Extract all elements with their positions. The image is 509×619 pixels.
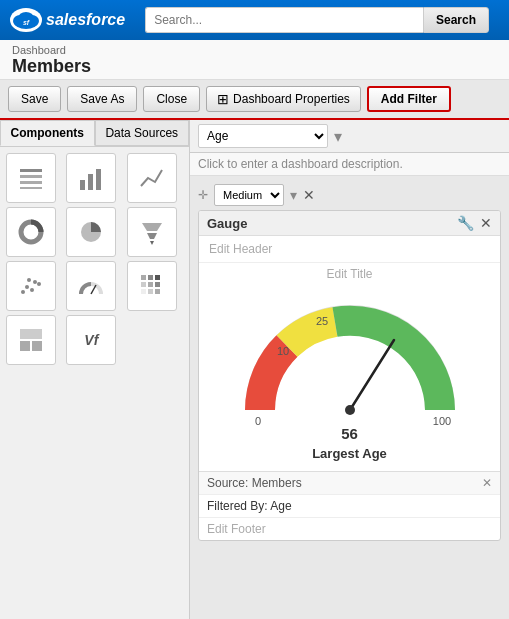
- svg-point-20: [33, 280, 37, 284]
- gauge-header-icons: 🔧 ✕: [457, 215, 492, 231]
- gauge-title: Gauge: [207, 216, 247, 231]
- section-component-item[interactable]: [6, 315, 56, 365]
- filter-dropdown[interactable]: Age: [198, 124, 328, 148]
- svg-text:0: 0: [254, 415, 260, 425]
- app-header: sf salesforce Search: [0, 0, 509, 40]
- svg-rect-25: [148, 275, 153, 280]
- canvas-area: Age ▾ Click to enter a dashboard descrip…: [190, 120, 509, 619]
- canvas-description[interactable]: Click to enter a dashboard description.: [190, 153, 509, 176]
- svg-rect-5: [20, 169, 42, 172]
- tab-data-sources[interactable]: Data Sources: [95, 120, 190, 146]
- widget-size-select[interactable]: Medium: [214, 184, 284, 206]
- svg-rect-10: [88, 174, 93, 190]
- save-as-button[interactable]: Save As: [67, 86, 137, 112]
- canvas-widget-area: ✛ Medium ▾ ✕ Gauge 🔧 ✕ Edit Header Edit …: [190, 176, 509, 619]
- gauge-settings-icon[interactable]: 🔧: [457, 215, 474, 231]
- dashboard-icon: ⊞: [217, 91, 229, 107]
- tab-components[interactable]: Components: [0, 120, 95, 146]
- svg-text:100: 100: [432, 415, 450, 425]
- funnel-chart-component-item[interactable]: [127, 207, 177, 257]
- svg-rect-8: [20, 187, 42, 189]
- dashboard-properties-label: Dashboard Properties: [233, 92, 350, 106]
- sidebar-tabs: Components Data Sources: [0, 120, 189, 147]
- gauge-component-item[interactable]: [66, 261, 116, 311]
- svg-rect-7: [20, 181, 42, 184]
- gauge-label: Largest Age: [199, 446, 500, 471]
- gauge-edit-footer[interactable]: Edit Footer: [199, 517, 500, 540]
- gauge-card-header: Gauge 🔧 ✕: [199, 211, 500, 236]
- salesforce-logo: sf salesforce: [10, 8, 125, 32]
- table-component-item[interactable]: [6, 153, 56, 203]
- breadcrumb: Dashboard Members: [0, 40, 509, 80]
- gauge-source: Source: Members ✕: [199, 471, 500, 494]
- gauge-chart: 0 10 25 100: [240, 295, 460, 425]
- logo-text: salesforce: [46, 11, 125, 29]
- svg-marker-15: [147, 233, 157, 239]
- gauge-svg-container: 0 10 25 100: [199, 285, 500, 425]
- dashboard-properties-button[interactable]: ⊞ Dashboard Properties: [206, 86, 361, 112]
- gauge-source-text: Source: Members: [207, 476, 302, 490]
- line-chart-component-item[interactable]: [127, 153, 177, 203]
- gauge-filtered-by: Filtered By: Age: [199, 494, 500, 517]
- svg-point-18: [25, 285, 29, 289]
- search-input[interactable]: [145, 7, 423, 33]
- donut-chart-component-item[interactable]: [6, 207, 56, 257]
- cloud-icon: sf: [10, 8, 42, 32]
- svg-point-17: [21, 290, 25, 294]
- svg-rect-33: [20, 329, 42, 339]
- add-filter-button[interactable]: Add Filter: [367, 86, 451, 112]
- search-button[interactable]: Search: [423, 7, 489, 33]
- sidebar: Components Data Sources: [0, 120, 190, 619]
- svg-text:25: 25: [315, 315, 327, 327]
- svg-rect-28: [148, 282, 153, 287]
- main-layout: Components Data Sources: [0, 120, 509, 619]
- svg-point-21: [37, 282, 41, 286]
- gauge-edit-header[interactable]: Edit Header: [199, 236, 500, 263]
- svg-text:10: 10: [276, 345, 288, 357]
- svg-rect-32: [155, 289, 160, 294]
- svg-text:sf: sf: [23, 19, 30, 26]
- save-button[interactable]: Save: [8, 86, 61, 112]
- breadcrumb-title: Members: [12, 56, 497, 77]
- scatter-chart-component-item[interactable]: [6, 261, 56, 311]
- widget-size-row: ✛ Medium ▾ ✕: [198, 184, 501, 206]
- main-toolbar: Save Save As Close ⊞ Dashboard Propertie…: [0, 80, 509, 120]
- pie-chart-component-item[interactable]: [66, 207, 116, 257]
- drag-handle-icon[interactable]: ✛: [198, 188, 208, 202]
- visualforce-component-item[interactable]: Vf: [66, 315, 116, 365]
- gauge-source-close-icon[interactable]: ✕: [482, 476, 492, 490]
- svg-rect-11: [96, 169, 101, 190]
- svg-rect-27: [141, 282, 146, 287]
- widget-size-chevron-icon[interactable]: ▾: [290, 187, 297, 203]
- svg-point-41: [345, 405, 355, 415]
- canvas-toolbar: Age ▾: [190, 120, 509, 153]
- close-button[interactable]: Close: [143, 86, 200, 112]
- svg-rect-9: [80, 180, 85, 190]
- gauge-edit-title[interactable]: Edit Title: [199, 263, 500, 285]
- dropdown-chevron-icon[interactable]: ▾: [334, 127, 342, 146]
- svg-point-19: [30, 288, 34, 292]
- svg-rect-30: [141, 289, 146, 294]
- svg-marker-14: [142, 223, 162, 231]
- heatmap-component-item[interactable]: [127, 261, 177, 311]
- svg-marker-16: [150, 241, 154, 245]
- breadcrumb-section: Dashboard: [12, 44, 497, 56]
- svg-rect-31: [148, 289, 153, 294]
- svg-rect-26: [155, 275, 160, 280]
- gauge-close-icon[interactable]: ✕: [480, 215, 492, 231]
- component-grid: Vf: [0, 147, 189, 371]
- search-bar: Search: [145, 7, 489, 33]
- svg-rect-6: [20, 175, 42, 178]
- svg-rect-24: [141, 275, 146, 280]
- bar-chart-component-item[interactable]: [66, 153, 116, 203]
- svg-rect-34: [20, 341, 30, 351]
- gauge-card: Gauge 🔧 ✕ Edit Header Edit Title: [198, 210, 501, 541]
- svg-rect-29: [155, 282, 160, 287]
- svg-line-40: [350, 340, 394, 410]
- gauge-value: 56: [199, 425, 500, 446]
- svg-rect-35: [32, 341, 42, 351]
- widget-remove-button[interactable]: ✕: [303, 187, 315, 203]
- svg-point-22: [27, 278, 31, 282]
